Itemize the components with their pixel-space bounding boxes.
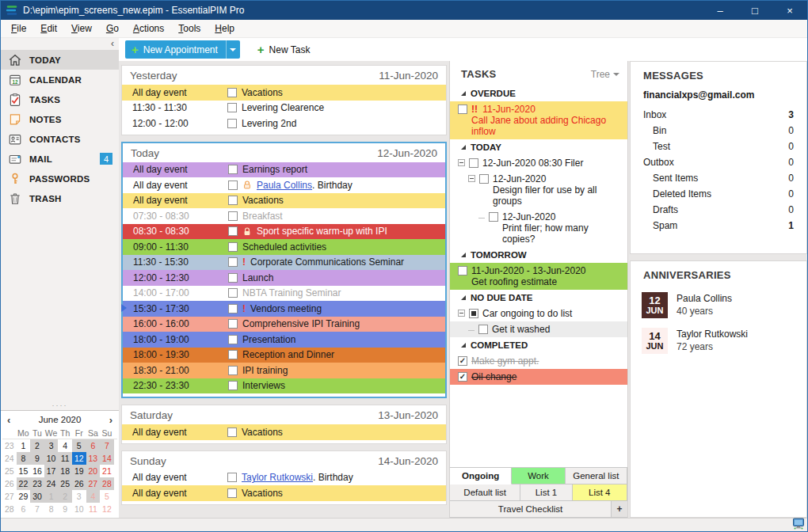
- calendar-day-cell[interactable]: 4: [86, 490, 101, 503]
- mail-account[interactable]: financialxps@gmail.com: [631, 88, 806, 107]
- mail-folder-inbox[interactable]: Inbox3: [631, 107, 806, 123]
- contact-link[interactable]: Taylor Rutkowski: [242, 472, 313, 483]
- tree-collapse-box[interactable]: [458, 159, 465, 166]
- task-item[interactable]: Get it washed: [450, 321, 627, 337]
- calendar-day-cell[interactable]: 12: [72, 452, 86, 465]
- calendar-prev-button[interactable]: ‹: [7, 414, 18, 426]
- menu-item-help[interactable]: Help: [208, 20, 242, 37]
- contact-link[interactable]: Paula Collins: [257, 180, 312, 191]
- calendar-day-cell[interactable]: 12: [100, 503, 114, 515]
- task-checkbox[interactable]: [489, 212, 498, 222]
- calendar-next-button[interactable]: ›: [101, 414, 112, 426]
- event-row[interactable]: 15:30 - 17:30!Vendors meeting: [123, 301, 445, 317]
- sync-status-icon[interactable]: [792, 518, 805, 532]
- minimize-button[interactable]: –: [703, 1, 737, 20]
- calendar-day-cell[interactable]: 3: [72, 490, 86, 503]
- event-checkbox[interactable]: [228, 226, 238, 236]
- calendar-day-cell[interactable]: 17: [44, 465, 59, 477]
- event-row[interactable]: 08:30 - 08:30Sport specific warm-up with…: [123, 224, 445, 240]
- calendar-day-cell[interactable]: 15: [17, 465, 31, 477]
- event-checkbox[interactable]: [227, 88, 237, 97]
- menu-item-tools[interactable]: Tools: [171, 20, 208, 37]
- mail-folder-test[interactable]: Test0: [631, 139, 806, 154]
- add-list-button[interactable]: +: [612, 501, 627, 518]
- sidebar-item-mail[interactable]: MAIL4: [1, 149, 119, 169]
- event-row[interactable]: 09:00 - 11:30Scheduled activities: [123, 239, 445, 255]
- maximize-button[interactable]: □: [737, 1, 772, 20]
- task-group-overdue[interactable]: OVERDUE: [450, 86, 627, 101]
- calendar-day-cell[interactable]: 4: [58, 439, 72, 452]
- menu-item-file[interactable]: File: [4, 20, 33, 37]
- event-row[interactable]: 22:30 - 23:30Interviews: [123, 378, 445, 394]
- event-row[interactable]: 12:00 - 12:30Launch: [123, 270, 445, 286]
- calendar-day-cell[interactable]: 23: [30, 477, 44, 490]
- task-item[interactable]: 12-Jun-2020Design filer for use by all g…: [450, 171, 627, 209]
- calendar-day-cell[interactable]: 30: [30, 490, 44, 503]
- calendar-day-cell[interactable]: 1: [44, 490, 59, 503]
- task-group-today[interactable]: TODAY: [450, 139, 627, 155]
- task-group-no-due-date[interactable]: NO DUE DATE: [450, 290, 627, 306]
- mail-folder-spam[interactable]: Spam1: [631, 218, 806, 234]
- calendar-day-cell[interactable]: 13: [86, 452, 101, 465]
- calendar-day-cell[interactable]: 10: [72, 503, 86, 515]
- calendar-day-cell[interactable]: 11: [86, 503, 101, 515]
- calendar-day-cell[interactable]: 6: [86, 439, 101, 452]
- event-row[interactable]: All day eventTaylor Rutkowski. Birthday: [122, 470, 446, 486]
- task-item[interactable]: !! 11-Jun-2020Call Jane about adding Chi…: [450, 101, 627, 139]
- sidebar-item-tasks[interactable]: TASKS: [1, 89, 119, 109]
- event-checkbox[interactable]: [228, 381, 238, 390]
- sidebar-item-calendar[interactable]: 12CALENDAR: [1, 70, 119, 89]
- task-list-tab-ongoing[interactable]: Ongoing: [450, 468, 512, 484]
- event-checkbox[interactable]: [227, 428, 237, 437]
- event-row[interactable]: All day eventEarnings report: [123, 162, 445, 178]
- event-checkbox[interactable]: [228, 165, 238, 174]
- calendar-day-cell[interactable]: 18: [58, 465, 72, 477]
- event-checkbox[interactable]: [228, 196, 238, 205]
- event-row[interactable]: All day eventPaula Collins. Birthday: [123, 177, 445, 193]
- task-item[interactable]: 11-Jun-2020 - 13-Jun-2020Get roofing est…: [450, 263, 627, 290]
- splitter-handle[interactable]: ····: [1, 403, 119, 410]
- event-checkbox[interactable]: [228, 288, 238, 298]
- calendar-day-cell[interactable]: 6: [17, 503, 31, 515]
- menu-item-go[interactable]: Go: [99, 20, 126, 37]
- new-task-button[interactable]: + New Task: [251, 40, 317, 59]
- anniversary-item[interactable]: 14JUNTaylor Rutkowski72 years: [642, 328, 794, 354]
- event-checkbox[interactable]: [228, 350, 238, 359]
- calendar-day-cell[interactable]: 9: [30, 452, 44, 465]
- event-checkbox[interactable]: [227, 119, 237, 128]
- task-list-tab-work[interactable]: Work: [512, 468, 565, 484]
- calendar-day-cell[interactable]: 5: [100, 490, 114, 503]
- calendar-day-cell[interactable]: 2: [58, 490, 72, 503]
- task-list-tab-default-list[interactable]: Default list: [450, 484, 520, 501]
- event-row[interactable]: 16:00 - 16:00Comprehensive IPI Training: [123, 317, 445, 332]
- event-checkbox[interactable]: [228, 273, 238, 283]
- calendar-day-cell[interactable]: 20: [86, 465, 101, 477]
- mail-folder-bin[interactable]: Bin0: [631, 123, 806, 139]
- event-row[interactable]: All day eventVacations: [123, 193, 445, 209]
- calendar-day-cell[interactable]: 10: [44, 452, 59, 465]
- mail-folder-drafts[interactable]: Drafts0: [631, 202, 806, 218]
- event-row[interactable]: 11:30 - 11:30Levering Clearence: [122, 101, 446, 116]
- task-list-tab-travel-checklist[interactable]: Travel Checklist: [450, 501, 612, 518]
- close-button[interactable]: ×: [772, 1, 807, 20]
- task-list-tab-list-4[interactable]: List 4: [573, 484, 628, 501]
- task-item[interactable]: Make gym appt.: [450, 353, 627, 369]
- calendar-day-cell[interactable]: 24: [44, 477, 59, 490]
- calendar-day-cell[interactable]: 27: [86, 477, 101, 490]
- tree-collapse-box[interactable]: [458, 310, 465, 317]
- calendar-day-cell[interactable]: 5: [72, 439, 86, 452]
- calendar-day-cell[interactable]: 14: [100, 452, 114, 465]
- calendar-day-cell[interactable]: 7: [30, 503, 44, 515]
- event-checkbox[interactable]: [228, 366, 238, 375]
- event-row[interactable]: 18:00 - 19:30Reception and Dinner: [123, 348, 445, 363]
- new-appointment-dropdown[interactable]: [226, 40, 240, 59]
- new-appointment-button[interactable]: + New Appointment: [125, 40, 240, 59]
- task-checkbox[interactable]: [458, 266, 467, 276]
- menu-item-edit[interactable]: Edit: [33, 20, 64, 37]
- task-checkbox[interactable]: [458, 372, 467, 382]
- tree-view-toggle[interactable]: Tree: [591, 69, 619, 80]
- calendar-day-cell[interactable]: 21: [100, 465, 114, 477]
- calendar-day-cell[interactable]: 26: [72, 477, 86, 490]
- calendar-day-cell[interactable]: 29: [17, 490, 31, 503]
- calendar-day-cell[interactable]: 3: [44, 439, 59, 452]
